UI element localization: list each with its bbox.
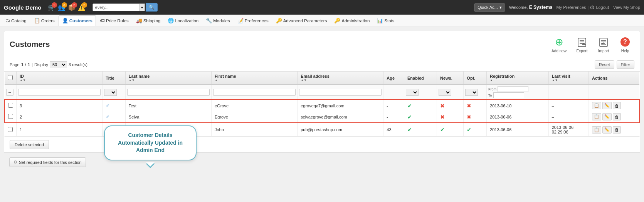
enabled-check-icon: ✔ <box>407 103 412 109</box>
row3-actions: 📋 ✏️ 🗑 <box>589 100 639 111</box>
row1-registration: 2013-06-06 <box>487 123 549 137</box>
logo: Google Demo <box>4 4 42 11</box>
sort-email[interactable]: ▲▼ <box>301 78 380 82</box>
quick-access-button[interactable]: Quick Ac... ▾ <box>474 3 505 12</box>
row1-view-button[interactable]: 📋 <box>592 126 601 134</box>
delete-selected-button[interactable]: Delete selected <box>10 140 49 149</box>
filter-newsletter-select[interactable]: – <box>439 89 451 96</box>
import-label: Import <box>598 49 609 53</box>
export-label: Export <box>577 49 588 53</box>
row1-edit-button[interactable]: ✏️ <box>602 126 612 134</box>
sort-lastvisit[interactable]: ▲▼ <box>552 78 585 82</box>
newsletter-check-icon: ✔ <box>440 127 445 133</box>
toolbar: Page 1 / 1 | Display 50 100 3 result(s) … <box>4 58 640 72</box>
nav-modules[interactable]: 🔧 Modules <box>202 15 233 26</box>
filter-firstname-input[interactable] <box>213 89 296 96</box>
price-rules-icon: 🏷 <box>100 18 105 23</box>
help-button[interactable]: ? Help <box>616 34 634 55</box>
header-enabled: Enabled <box>404 72 437 85</box>
username: E Systems <box>529 5 553 10</box>
administration-icon: 🔑 <box>334 18 340 23</box>
cart-badge: 1 <box>52 2 57 8</box>
filter-age-cell: – <box>383 85 404 100</box>
filter-id-input[interactable] <box>18 89 101 96</box>
nav-customers[interactable]: 👤 Customers <box>59 15 96 26</box>
row1-checkbox[interactable] <box>8 127 13 132</box>
row1-age: 43 <box>383 123 404 137</box>
nav-price-rules[interactable]: 🏷 Price Rules <box>96 15 132 26</box>
nav-orders-label: Orders <box>41 18 55 23</box>
filter-email-input[interactable] <box>299 89 382 96</box>
row1-delete-button[interactable]: 🗑 <box>613 126 621 134</box>
filter-optin-cell: – <box>464 85 487 100</box>
customers-icon: 👤 <box>62 18 68 23</box>
search-input[interactable] <box>93 4 139 11</box>
sort-registration[interactable]: ▲ <box>490 78 545 82</box>
callout-bubble: Customer Details Automatically Updated i… <box>104 125 197 160</box>
row2-lastvisit: – <box>548 111 589 123</box>
search-button[interactable]: 🔍 <box>146 3 158 12</box>
row2-view-button[interactable]: 📋 <box>592 113 601 120</box>
row2-edit-button[interactable]: ✏️ <box>602 113 612 120</box>
row2-registration: 2013-06-06 <box>487 111 549 123</box>
svg-text:?: ? <box>623 38 627 45</box>
filter-reg-from[interactable] <box>498 86 528 92</box>
nav-catalog[interactable]: 🗂 Catalog <box>2 15 30 26</box>
row3-checkbox[interactable] <box>8 103 13 108</box>
view-shop-link[interactable]: View My Shop <box>613 5 640 10</box>
set-required-button[interactable]: ⚙ Set required fields for this section <box>9 157 86 167</box>
row3-lastvisit: – <box>548 100 589 111</box>
filter-lastname-input[interactable] <box>127 89 210 96</box>
alerts-icon-badge[interactable]: ⚠️ 2 <box>78 4 86 11</box>
customers-table: ID ▲▼ Title Last name ▲▼ First name ▲ <box>4 72 640 137</box>
display-select[interactable]: 50 100 <box>50 61 67 68</box>
results-count: 3 result(s) <box>69 62 87 67</box>
row2-checkbox[interactable] <box>8 114 13 119</box>
nav-stats-label: Stats <box>384 18 394 23</box>
filter-registration-cell: From To <box>487 85 549 100</box>
add-new-button[interactable]: ⊕ Add new <box>548 34 570 55</box>
sort-id[interactable]: ▲▼ <box>20 78 99 82</box>
row3-title: ♂ <box>103 100 126 111</box>
row3-lastname: Test <box>125 100 211 111</box>
nav-administration[interactable]: 🔑 Administration <box>331 15 373 26</box>
optin-x-icon: ✖ <box>467 114 471 120</box>
row3-edit-button[interactable]: ✏️ <box>602 102 612 109</box>
orders-icon-badge[interactable]: 📦 2 <box>68 4 76 11</box>
reset-button[interactable]: Reset <box>595 60 614 69</box>
filter-lastname-cell <box>125 85 211 100</box>
cart-icon-badge[interactable]: 🛒 1 <box>48 4 55 11</box>
export-button[interactable]: Export <box>573 34 591 55</box>
nav-orders[interactable]: 📋 Orders <box>30 15 58 26</box>
filter-button[interactable]: Filter <box>617 60 634 69</box>
filter-reg-to[interactable] <box>493 92 524 98</box>
filter-minus-button[interactable]: – <box>6 89 13 96</box>
import-button[interactable]: Import <box>594 34 613 55</box>
enabled-check-icon: ✔ <box>407 127 412 133</box>
users-badge: 3 <box>62 2 67 8</box>
row3-check-cell <box>5 100 17 111</box>
nav-localization[interactable]: 🌐 Localization <box>164 15 202 26</box>
row1-check-cell <box>5 123 17 137</box>
nav-preferences[interactable]: 📝 Preferences <box>234 15 272 26</box>
filter-title-select[interactable]: – <box>104 89 117 96</box>
row2-delete-button[interactable]: 🗑 <box>613 113 621 120</box>
filter-enabled-select[interactable]: – <box>406 89 419 96</box>
filter-row: – – <box>5 85 639 100</box>
row3-delete-button[interactable]: 🗑 <box>613 102 621 109</box>
logout-link[interactable]: Logout <box>596 5 609 10</box>
optin-check-icon: ✔ <box>467 127 471 133</box>
header-actions: Actions <box>589 72 639 85</box>
my-preferences-link[interactable]: My Preferences <box>556 5 586 10</box>
select-all-checkbox[interactable] <box>8 75 13 80</box>
sort-firstname[interactable]: ▲ <box>215 78 294 82</box>
nav-shipping[interactable]: 🚚 Shipping <box>133 15 164 26</box>
row3-view-button[interactable]: 📋 <box>592 102 601 109</box>
row1-lastvisit: 2013-06-0602:29:06 <box>548 123 589 137</box>
nav-advanced-parameters[interactable]: 🔑 Advanced Parameters <box>272 15 331 26</box>
sort-lastname[interactable]: ▲▼ <box>129 78 208 82</box>
users-icon-badge[interactable]: 👥 3 <box>58 4 66 11</box>
nav-stats[interactable]: 📊 Stats <box>373 15 398 26</box>
filter-optin-select[interactable]: – <box>465 89 478 96</box>
search-dropdown-button[interactable]: ▾ <box>139 4 145 11</box>
